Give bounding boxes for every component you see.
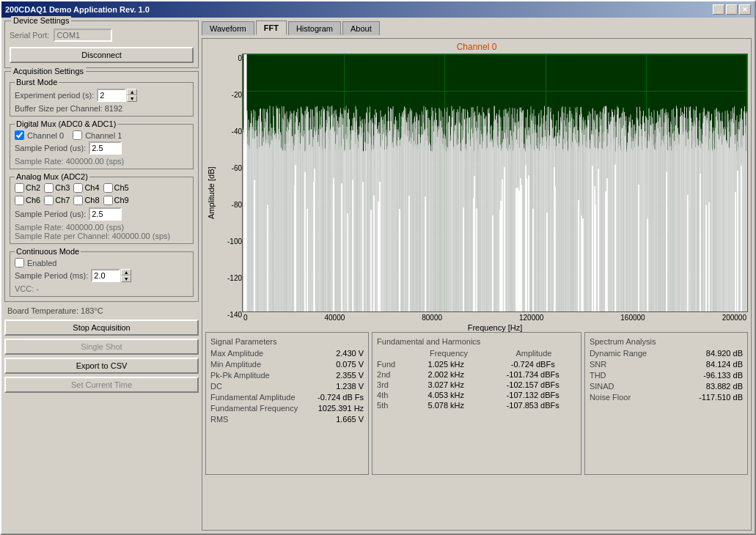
digital-mux-title: Digital Mux (ADC0 & ADC1) (15, 119, 117, 128)
ch3-checkbox[interactable] (44, 183, 54, 193)
left-panel: Device Settings Serial Port: Disconnect … (4, 21, 199, 531)
chart-container: Amplitude [dB] 0 -20 -40 -60 -80 -100 -1… (205, 54, 748, 332)
disconnect-button[interactable]: Disconnect (10, 47, 194, 63)
device-settings-title: Device Settings (11, 16, 71, 25)
vcc-label: VCC: - (15, 284, 188, 293)
x-axis-ticks: 0 40000 80000 120000 160000 200000 (242, 314, 748, 322)
rms-label: RMS (210, 415, 228, 424)
y-axis-label: Amplitude [dB] (205, 54, 217, 332)
signal-param-fund-amp: Fundamental Amplitude -0.724 dB Fs (210, 393, 364, 402)
y-tick-60: -60 (232, 165, 242, 172)
ch2-checkbox[interactable] (15, 183, 24, 193)
channel0-label: Channel 0 (27, 131, 64, 140)
signal-param-fund-freq: Fundamental Frequency 1025.391 Hz (210, 404, 364, 413)
noise-floor-value: -117.510 dB (699, 393, 743, 402)
continuous-sample-period-label: Sample Period (ms): (15, 271, 88, 280)
fund-amp-label: Fundamental Amplitude (210, 393, 296, 402)
continuous-enabled-checkbox[interactable] (15, 258, 24, 268)
dc-label: DC (210, 382, 222, 391)
x-tick-200k: 200000 (722, 314, 746, 322)
sinad-label: SINAD (590, 382, 614, 391)
experiment-period-up[interactable]: ▲ (127, 89, 137, 95)
fund-harmonics-title: Fundamental and Harmonics (377, 337, 576, 346)
ch7-checkbox[interactable] (44, 196, 54, 205)
ch6-checkbox[interactable] (15, 196, 24, 205)
continuous-period-up[interactable]: ▲ (121, 269, 131, 276)
noise-floor-label: Noise Floor (590, 393, 631, 402)
burst-mode-title: Burst Mode (15, 78, 59, 86)
y-tick-120: -120 (227, 275, 242, 282)
analog-ch-row2: Ch6 Ch7 Ch8 Ch9 (15, 196, 188, 205)
analog-sample-period-input[interactable] (89, 207, 122, 221)
serial-port-label: Serial Port: (10, 31, 49, 40)
continuous-sample-period-input[interactable] (91, 269, 120, 282)
acquisition-settings-group: Acquisition Settings Burst Mode Experime… (4, 71, 199, 302)
fund-amp-value: -0.724 dB Fs (318, 393, 364, 402)
digital-sample-period-row: Sample Period (us): (15, 141, 188, 155)
dc-value: 1.238 V (336, 382, 364, 391)
close-button[interactable]: ✕ (739, 4, 751, 15)
sinad-row: SINAD 83.882 dB (590, 382, 743, 391)
maximize-button[interactable]: □ (726, 4, 738, 15)
fund-freq-value: 1025.391 Hz (318, 404, 364, 413)
experiment-period-spin: ▲ ▼ (97, 89, 137, 102)
harm-row-3rd: 3rd 3.027 kHz -102.157 dBFs (377, 380, 576, 389)
continuous-sample-period-spin: ▲ ▼ (91, 269, 131, 282)
serial-port-input[interactable] (54, 29, 112, 42)
min-amp-value: 0.075 V (336, 360, 364, 369)
ch4-checkbox[interactable] (73, 183, 83, 193)
continuous-period-spin-buttons: ▲ ▼ (121, 269, 131, 282)
single-shot-button[interactable]: Single Shot (4, 339, 199, 355)
experiment-period-input[interactable] (97, 89, 126, 102)
tab-bar: Waveform FFT Histogram About (202, 21, 752, 35)
stop-acquisition-button[interactable]: Stop Acquisition (4, 320, 199, 336)
harm-row-fund: Fund 1.025 kHz -0.724 dBFs (377, 360, 576, 369)
freq-header: Frequency (406, 349, 491, 358)
tab-waveform[interactable]: Waveform (202, 21, 254, 35)
ch8-checkbox[interactable] (73, 196, 83, 205)
window-title: 200CDAQ1 Demo Application Rev. 1.0 (5, 5, 150, 14)
y-tick-40: -40 (232, 128, 242, 136)
tab-content: Channel 0 Amplitude [dB] 0 -20 -40 -60 -… (202, 38, 752, 531)
pkpk-amp-label: Pk-Pk Amplitude (210, 371, 270, 380)
experiment-period-label: Experiment period (s): (15, 91, 94, 100)
ch5-checkbox[interactable] (103, 183, 113, 193)
tab-histogram[interactable]: Histogram (288, 21, 341, 35)
device-settings-group: Device Settings Serial Port: Disconnect (4, 21, 199, 68)
continuous-mode-title: Continuous Mode (15, 247, 81, 256)
analog-channel-checkboxes: Ch2 Ch3 Ch4 Ch5 Ch6 Ch7 Ch8 Ch9 (15, 183, 188, 205)
y-tick-140: -140 (227, 311, 242, 319)
experiment-period-spin-buttons: ▲ ▼ (127, 89, 137, 102)
burst-mode-group: Burst Mode Experiment period (s): ▲ ▼ Bu… (10, 82, 194, 117)
minimize-button[interactable]: _ (713, 4, 724, 15)
fft-plot (242, 54, 748, 312)
chart-title: Channel 0 (205, 42, 748, 52)
tab-fft[interactable]: FFT (256, 21, 287, 35)
fundamentals-harmonics-panel: Fundamental and Harmonics Frequency Ampl… (372, 332, 581, 475)
buffer-size-label: Buffer Size per Channel: 8192 (15, 104, 188, 113)
signal-param-min: Min Amplitude 0.075 V (210, 360, 364, 369)
min-amp-label: Min Amplitude (210, 360, 261, 369)
analog-sample-period-label: Sample Period (us): (15, 210, 86, 218)
signal-param-pkpk: Pk-Pk Amplitude 2.355 V (210, 371, 364, 380)
main-window: 200CDAQ1 Demo Application Rev. 1.0 _ □ ✕… (0, 0, 756, 535)
channel1-checkbox[interactable] (73, 130, 82, 140)
chart-plot-area: 0 40000 80000 120000 160000 200000 Frequ… (242, 54, 748, 332)
x-tick-120k: 120000 (519, 314, 543, 322)
right-panel: Waveform FFT Histogram About Channel 0 (202, 21, 752, 531)
spectrum-analysis-panel: Spectrum Analysis Dynamic Range 84.920 d… (584, 332, 748, 475)
export-csv-button[interactable]: Export to CSV (4, 358, 199, 374)
continuous-enabled-label: Enabled (27, 259, 56, 268)
channel0-checkbox[interactable] (15, 130, 24, 140)
main-content: Device Settings Serial Port: Disconnect … (1, 18, 755, 534)
digital-sample-period-input[interactable] (89, 141, 122, 155)
signal-params-title: Signal Parameters (210, 337, 364, 346)
ch9-checkbox[interactable] (103, 196, 113, 205)
bottom-panels: Signal Parameters Max Amplitude 2.430 V … (205, 332, 748, 475)
signal-param-dc: DC 1.238 V (210, 382, 364, 391)
continuous-period-down[interactable]: ▼ (121, 276, 131, 282)
set-time-button[interactable]: Set Current Time (4, 377, 199, 393)
tab-about[interactable]: About (342, 21, 380, 35)
experiment-period-down[interactable]: ▼ (127, 95, 137, 102)
channel-checkboxes: Channel 0 Channel 1 (15, 130, 188, 140)
